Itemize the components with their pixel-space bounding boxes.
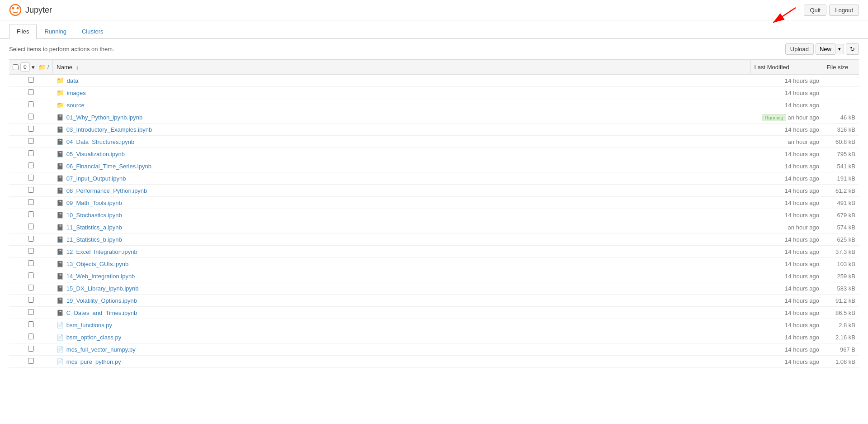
row-checkbox[interactable] [28, 114, 34, 119]
table-row: 📓05_Visualization.ipynb14 hours ago795 k… [9, 148, 859, 160]
file-name: 01_Why_Python_ipynb.ipynb [66, 114, 142, 121]
file-link[interactable]: 📓09_Math_Tools.ipynb [57, 200, 747, 206]
row-checkbox[interactable] [28, 187, 34, 193]
row-checkbox[interactable] [28, 77, 34, 83]
table-header-row: 0 ▾ 📁 / Name ↓ Last Modified File size [9, 60, 859, 75]
row-checkbox[interactable] [28, 358, 34, 364]
file-size: 2.16 kB [823, 331, 859, 343]
row-checkbox[interactable] [28, 101, 34, 107]
file-link[interactable]: 📄bsm_functions.py [57, 322, 747, 329]
row-checkbox[interactable] [28, 321, 34, 327]
file-modified: 14 hours ago [750, 319, 823, 331]
file-link[interactable]: 📓04_Data_Structures.ipynb [57, 138, 747, 145]
file-link[interactable]: 📓19_Volatility_Options.ipynb [57, 297, 747, 304]
header: Jupyter Quit Logout [0, 0, 868, 20]
file-link[interactable]: 📓11_Statistics_b.ipynb [57, 236, 747, 243]
file-link[interactable]: 📓15_DX_Library_ipynb.ipynb [57, 285, 747, 292]
path-breadcrumb[interactable]: / [47, 64, 49, 71]
python-icon: 📄 [57, 334, 64, 341]
row-checkbox[interactable] [28, 224, 34, 229]
file-size: 61.2 kB [823, 185, 859, 197]
notebook-icon: 📓 [57, 151, 64, 157]
folder-icon: 📁 [57, 77, 64, 84]
table-row: 📓15_DX_Library_ipynb.ipynb14 hours ago58… [9, 282, 859, 295]
jupyter-logo-icon [9, 4, 22, 16]
table-row: 📄mcs_full_vector_numpy.py14 hours ago967… [9, 343, 859, 356]
arrow-container: Quit Logout [804, 5, 859, 16]
row-checkbox[interactable] [28, 333, 34, 339]
file-link[interactable]: 📓14_Web_Integration.ipynb [57, 273, 747, 280]
svg-point-1 [12, 7, 14, 10]
file-modified: 14 hours ago [750, 307, 823, 319]
file-link[interactable]: 📓06_Financial_Time_Series.ipynb [57, 163, 747, 170]
row-checkbox[interactable] [28, 150, 34, 156]
file-link[interactable]: 📁images [57, 89, 747, 96]
file-name: 11_Statistics_b.ipynb [66, 236, 122, 243]
file-modified: 14 hours ago [750, 197, 823, 209]
quit-button[interactable]: Quit [804, 5, 826, 16]
row-checkbox[interactable] [28, 162, 34, 168]
table-row: 📓01_Why_Python_ipynb.ipynbRunningan hour… [9, 111, 859, 124]
row-checkbox[interactable] [28, 126, 34, 132]
col-name-header[interactable]: Name ↓ [53, 60, 750, 75]
table-row: 📓03_Introductory_Examples.ipynb14 hours … [9, 124, 859, 136]
dropdown-icon[interactable]: ▾ [32, 64, 35, 71]
file-link[interactable]: 📄mcs_pure_python.py [57, 358, 747, 365]
notebook-icon: 📓 [57, 126, 64, 133]
tab-running[interactable]: Running [37, 24, 74, 38]
file-link[interactable]: 📓03_Introductory_Examples.ipynb [57, 126, 747, 133]
notebook-icon: 📓 [57, 297, 64, 304]
file-link[interactable]: 📓05_Visualization.ipynb [57, 151, 747, 157]
select-all-checkbox[interactable] [13, 64, 19, 70]
new-button[interactable]: New [816, 43, 835, 55]
file-link[interactable]: 📄bsm_option_class.py [57, 334, 747, 341]
file-modified: 14 hours ago [750, 148, 823, 160]
row-checkbox[interactable] [28, 260, 34, 266]
table-row: 📓07_Input_Output.ipynb14 hours ago191 kB [9, 172, 859, 185]
upload-button[interactable]: Upload [785, 43, 814, 55]
file-name: 07_Input_Output.ipynb [66, 175, 126, 182]
refresh-button[interactable]: ↻ [846, 43, 859, 55]
notebook-icon: 📓 [57, 261, 64, 267]
file-link[interactable]: 📄mcs_full_vector_numpy.py [57, 346, 747, 353]
row-checkbox[interactable] [28, 211, 34, 217]
row-checkbox[interactable] [28, 199, 34, 205]
row-checkbox[interactable] [28, 297, 34, 303]
file-link[interactable]: 📓01_Why_Python_ipynb.ipynb [57, 114, 747, 121]
row-checkbox[interactable] [28, 272, 34, 278]
file-link[interactable]: 📓13_Objects_GUIs.ipynb [57, 261, 747, 267]
file-link[interactable]: 📁source [57, 101, 747, 109]
file-name: data [67, 77, 78, 84]
file-link[interactable]: 📓10_Stochastics.ipynb [57, 212, 747, 219]
file-link[interactable]: 📓08_Performance_Python.ipynb [57, 187, 747, 194]
row-checkbox[interactable] [28, 138, 34, 144]
row-checkbox[interactable] [28, 248, 34, 254]
tab-clusters[interactable]: Clusters [74, 24, 111, 38]
row-checkbox[interactable] [28, 236, 34, 242]
table-row: 📓11_Statistics_b.ipynb14 hours ago625 kB [9, 233, 859, 246]
file-link[interactable]: 📓07_Input_Output.ipynb [57, 175, 747, 182]
notebook-icon: 📓 [57, 187, 64, 194]
table-row: 📁images14 hours ago [9, 87, 859, 99]
new-dropdown-arrow[interactable]: ▾ [835, 44, 844, 54]
file-link[interactable]: 📁data [57, 77, 747, 84]
row-checkbox[interactable] [28, 309, 34, 315]
file-size: 491 kB [823, 197, 859, 209]
row-checkbox[interactable] [28, 285, 34, 291]
file-modified: 14 hours ago [750, 185, 823, 197]
row-checkbox[interactable] [28, 346, 34, 352]
row-checkbox[interactable] [28, 175, 34, 181]
file-size [823, 75, 859, 87]
file-table: 0 ▾ 📁 / Name ↓ Last Modified File size 📁… [9, 59, 859, 368]
file-link[interactable]: 📓12_Excel_Integration.ipynb [57, 248, 747, 255]
file-modified: 14 hours ago [750, 209, 823, 221]
row-checkbox[interactable] [28, 89, 34, 95]
notebook-icon: 📓 [57, 310, 64, 316]
file-size: 86.5 kB [823, 307, 859, 319]
file-link[interactable]: 📓C_Dates_and_Times.ipynb [57, 310, 747, 316]
file-link[interactable]: 📓11_Statistics_a.ipynb [57, 224, 747, 231]
file-modified: an hour ago [750, 136, 823, 148]
tab-files[interactable]: Files [9, 24, 37, 39]
file-modified: 14 hours ago [750, 295, 823, 307]
logout-button[interactable]: Logout [829, 5, 859, 16]
